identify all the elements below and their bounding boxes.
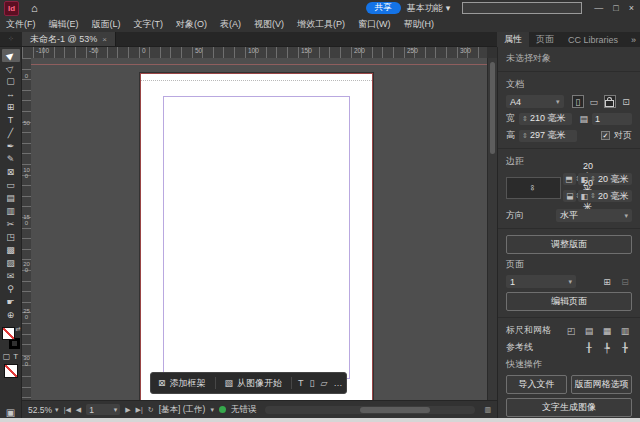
page-size-select[interactable]: A4 ▾	[506, 95, 564, 108]
menu-layout[interactable]: 版面(L)	[92, 18, 121, 31]
horizontal-scrollbar[interactable]	[265, 406, 475, 414]
tool-vertical-grid[interactable]: ▥	[2, 205, 20, 218]
menu-file[interactable]: 文件(F)	[6, 18, 36, 31]
preflight-profile[interactable]: [基本] (工作)	[159, 404, 206, 416]
margin-bottom-field[interactable]: ◧ ⇕20 毫米	[563, 190, 576, 202]
page-number-field[interactable]: 1 ▾	[86, 404, 120, 415]
start-from-image-button[interactable]: ▧ 从图像开始	[222, 377, 286, 390]
add-frame-button[interactable]: ⊠ 添加框架	[155, 377, 209, 390]
current-page-select[interactable]: 1 ▾	[506, 275, 576, 288]
panel-collapse-icon[interactable]: »	[631, 32, 640, 47]
tool-selection[interactable]: ▶	[2, 49, 20, 62]
swap-fill-stroke-icon[interactable]: ⇄	[15, 325, 20, 332]
link-margins-button[interactable]: ∞	[506, 177, 561, 199]
close-button[interactable]: ×	[629, 3, 634, 13]
document-setup-button[interactable]: ⊡	[620, 95, 632, 108]
orientation-landscape-button[interactable]: ▭	[588, 95, 600, 108]
template-button[interactable]: ▱	[321, 378, 328, 388]
prev-page-button[interactable]: ◀	[76, 406, 81, 414]
tool-page[interactable]: ▢	[2, 75, 20, 88]
horizontal-scrollbar-thumb[interactable]	[360, 407, 430, 413]
tool-gap[interactable]: ↔	[2, 88, 20, 101]
adjust-layout-button[interactable]: 调整版面	[506, 235, 632, 254]
layout-grid-options-button[interactable]: 版面网格选项	[571, 375, 632, 394]
stepper-icon[interactable]: ⇕	[522, 132, 528, 140]
layout-grid-button[interactable]: ▥	[618, 324, 632, 337]
document-grid-button[interactable]: ▦	[600, 324, 614, 337]
tool-zoom[interactable]: ⊕	[2, 309, 20, 322]
direction-select[interactable]: 水平 ▾	[556, 209, 632, 222]
tool-note[interactable]: ✉	[2, 270, 20, 283]
tool-rectangle[interactable]: ▭	[2, 179, 20, 192]
stepper-icon[interactable]: ⇕	[522, 115, 528, 123]
import-file-button[interactable]: 导入文件	[506, 375, 567, 394]
share-button[interactable]: 共享	[366, 2, 401, 14]
tool-eyedropper[interactable]: ⚲	[2, 283, 20, 296]
menu-help[interactable]: 帮助(H)	[404, 18, 435, 31]
first-page-button[interactable]: |◀	[64, 406, 71, 414]
screen-mode-button[interactable]: ▣	[6, 407, 15, 418]
page[interactable]	[140, 73, 373, 400]
menu-object[interactable]: 对象(O)	[176, 18, 207, 31]
document-tab[interactable]: 未命名-1 @ 53% ×	[22, 32, 116, 46]
tool-type[interactable]: T	[2, 114, 20, 127]
new-page-button[interactable]: ▯	[310, 378, 315, 388]
smart-guides-button[interactable]: ╊	[618, 341, 632, 354]
tab-properties[interactable]: 属性	[497, 32, 529, 47]
margin-outside-field[interactable]: ◧ ⇕20 毫米	[578, 190, 633, 202]
tab-pages[interactable]: 页面	[529, 32, 561, 47]
tool-hand[interactable]: ☛	[2, 296, 20, 309]
rotate-view-icon[interactable]: ↻	[148, 406, 154, 414]
tool-pencil[interactable]: ✎	[2, 153, 20, 166]
width-field[interactable]: ⇕ 210 毫米	[519, 113, 572, 125]
baseline-grid-button[interactable]: ▤	[582, 324, 596, 337]
edit-pages-button[interactable]: 编辑页面	[506, 292, 632, 311]
show-guides-button[interactable]: ╂	[582, 341, 596, 354]
orientation-portrait-button[interactable]: ▯	[572, 95, 584, 108]
menu-view[interactable]: 视图(V)	[254, 18, 284, 31]
lock-button[interactable]	[604, 95, 616, 108]
add-text-button[interactable]: T	[298, 378, 304, 388]
tool-line[interactable]: ╱	[2, 127, 20, 140]
zoom-level[interactable]: 52.5% ▾	[28, 405, 59, 415]
vertical-scrollbar-thumb[interactable]	[490, 62, 495, 154]
apply-none-swatch[interactable]	[4, 364, 18, 378]
home-icon[interactable]: ⌂	[31, 2, 38, 14]
tool-content-collector[interactable]: ⊞	[2, 101, 20, 114]
tool-gradient[interactable]: ▩	[2, 244, 20, 257]
search-input[interactable]	[462, 2, 582, 14]
minimize-button[interactable]: —	[594, 3, 603, 13]
format-text-button[interactable]: T	[13, 352, 18, 361]
margin-top-field[interactable]: ◧ ⇕20 毫米	[563, 173, 576, 185]
tool-free-transform[interactable]: ◳	[2, 231, 20, 244]
menu-table[interactable]: 表(A)	[220, 18, 241, 31]
facing-pages-checkbox[interactable]	[601, 131, 610, 140]
tool-pen[interactable]: ✒	[2, 140, 20, 153]
maximize-button[interactable]: □	[613, 3, 618, 13]
tool-direct-selection[interactable]: ▷	[2, 62, 20, 75]
vertical-scrollbar[interactable]	[487, 58, 497, 400]
height-field[interactable]: ⇕ 297 毫米	[519, 130, 577, 142]
workspace-switcher[interactable]: 基本功能 ▾	[407, 2, 451, 15]
fill-swatch[interactable]	[2, 327, 15, 340]
menu-plugins[interactable]: 增效工具(P)	[297, 18, 345, 31]
lock-guides-button[interactable]: ╄	[600, 341, 614, 354]
format-container-button[interactable]: ▢	[3, 352, 11, 361]
tool-frame[interactable]: ⊠	[2, 166, 20, 179]
split-view-icon[interactable]: ▥	[484, 406, 491, 414]
page-count-field[interactable]: 1	[592, 113, 632, 125]
tool-gradient-feather[interactable]: ▨	[2, 257, 20, 270]
text-to-image-button[interactable]: 文字生成图像	[506, 398, 632, 417]
add-page-button[interactable]: ⊞	[600, 275, 614, 288]
menu-type[interactable]: 文字(T)	[134, 18, 164, 31]
canvas[interactable]: ⊠ 添加框架 ▧ 从图像开始 T ▯ ▱ …	[31, 58, 487, 400]
tab-cc-libraries[interactable]: CC Libraries	[561, 32, 625, 47]
menu-window[interactable]: 窗口(W)	[358, 18, 391, 31]
tool-horizontal-grid[interactable]: ▤	[2, 192, 20, 205]
next-page-button[interactable]: ▶	[125, 406, 130, 414]
more-button[interactable]: …	[333, 378, 342, 388]
last-page-button[interactable]: ▶|	[136, 406, 143, 414]
tool-scissors[interactable]: ✂	[2, 218, 20, 231]
tab-close-icon[interactable]: ×	[102, 35, 107, 44]
menu-edit[interactable]: 编辑(E)	[49, 18, 79, 31]
